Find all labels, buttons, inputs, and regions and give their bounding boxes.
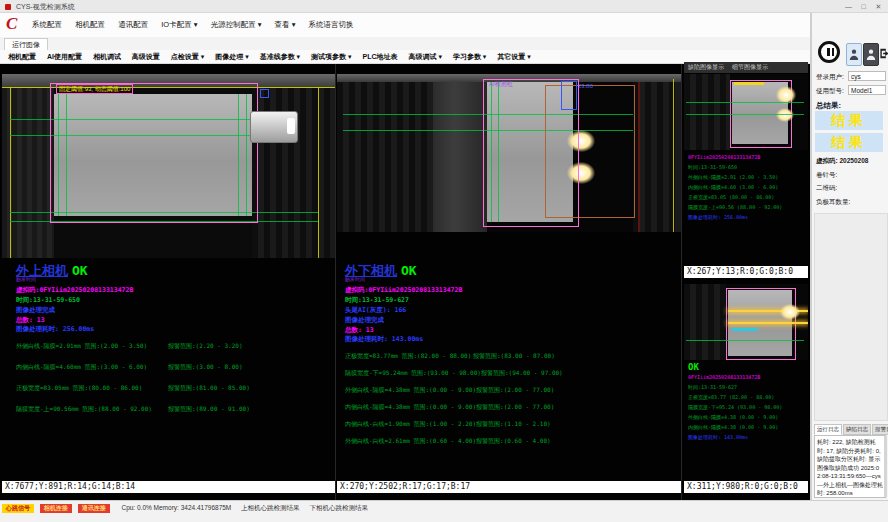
menu-language-switch[interactable]: 系统语言切换 (309, 20, 354, 29)
alarm-range: 报警范围:(89.00 - 91.00) (168, 405, 250, 414)
result-indicator-2: 结果 (815, 133, 883, 152)
measure-value: 正极宽度=83.77mm 范围:(82.00 - 88.00) (345, 352, 473, 361)
alarm-range: 报警范围:(94.00 - 97.00) (481, 369, 563, 378)
result-block-lower-outer: 外下相机OK 触发时间 虚拟码:0FYIiim2025020813313472B… (337, 258, 681, 454)
toolbar-other-settings[interactable]: 其它设置 ▾ (497, 53, 530, 60)
yellow-guide-line (318, 87, 319, 258)
comm-connection-badge: 通讯连接 (78, 504, 110, 513)
time-line: 时间:13-31-59-650 (16, 296, 80, 305)
done-line: 图像处理完成 (16, 306, 55, 315)
connector-object (250, 111, 298, 143)
toolbar-advanced-debug[interactable]: 高级调试 ▾ (408, 53, 441, 60)
close-button[interactable]: ✕ (872, 0, 885, 13)
result-line: 隔膜宽度-下=95.24 (93.00 - 98.00) (688, 402, 806, 412)
measure-value: 内侧白线-白线=1.90mm 范围:(1.00 - 2.20) (345, 420, 476, 429)
ok-status: OK (688, 362, 806, 372)
model-field[interactable]: Model1 (848, 85, 886, 95)
result-line: 外侧白线-隔膜=4.38 (0.00 - 9.00) (688, 412, 806, 422)
machinery-column (433, 82, 487, 232)
user-icon (849, 48, 859, 62)
menu-view[interactable]: 查看 ▾ (275, 20, 296, 29)
log-scrollbar[interactable] (884, 436, 887, 497)
pause-icon (832, 48, 835, 56)
measure-value: 内侧白线-隔膜=4.38mm 范围:(0.00 - 9.00) (345, 403, 476, 412)
tab-defect-log[interactable]: 缺陷日志 (843, 424, 871, 435)
yellow-guide-line (10, 87, 11, 258)
measure-row: 内侧白线-隔膜=4.38mm 范围:(0.00 - 9.00)报警范围:(2.0… (337, 403, 689, 412)
right-sidebar: 登录用户: cys 使用型号: Model1 总结果: 结果 结果 虚拟码: 2… (810, 13, 888, 500)
toolbar-spotcheck-settings[interactable]: 点检设置 ▾ (171, 53, 204, 60)
virtual-code-label: 虚拟码: (816, 157, 838, 164)
login-user-field[interactable]: cys (848, 71, 886, 81)
toolbar-plc-address-table[interactable]: PLC地址表 (363, 53, 398, 60)
pause-button[interactable] (818, 41, 840, 63)
user-mode-button-active[interactable] (846, 43, 862, 66)
trigger-label: 触发时间 (16, 276, 36, 282)
alarm-range: 报警范围:(83.00 - 87.00) (473, 352, 555, 361)
elapsed-line: 图像处理耗时: 143.00ms (345, 335, 423, 344)
barcode-line: 0FYIiim2025020813313472B (688, 372, 806, 382)
thumbnail-view-top[interactable] (684, 74, 808, 150)
barcode-line: 0FYIiim2025020813313472B (688, 152, 806, 162)
measure-row: 外侧白线-白线=2.61mm 范围:(0.60 - 4.00)报警范围:(0.6… (337, 437, 689, 446)
measure-value: 内侧白线-隔膜=4.60mm 范围:(3.00 - 6.00) (16, 363, 168, 372)
toolbar-learning-params[interactable]: 学习参数 ▾ (453, 53, 486, 60)
log-tab-strip: 运行日志缺陷日志报警日志 (814, 424, 888, 435)
user-mode-button[interactable] (863, 43, 879, 66)
menu-io-config[interactable]: IO卡配置 ▾ (161, 20, 197, 29)
pixel-coordinate-bar-thumb-top: X:267;Y:13;R:0;G:0;B:0 (684, 266, 808, 278)
menu-light-config[interactable]: 光源控制配置 ▾ (211, 20, 262, 29)
toolbar-ai-config[interactable]: AI使用配置 (47, 53, 82, 60)
camera-view-lower-outer[interactable]: AI检测框 23.80 (337, 74, 681, 232)
menu-camera-config[interactable]: 相机配置 (75, 20, 105, 29)
heartbeat-status-badge: 心跳信号 (2, 504, 34, 513)
ai-gray-line: 头尾AI(灰度): 166 (345, 306, 406, 315)
maximize-button[interactable]: □ (857, 0, 870, 13)
tab-run-log[interactable]: 运行日志 (814, 424, 842, 435)
result-line: 内侧白线-隔膜=4.60 (3.00 - 6.00) (688, 182, 806, 192)
measure-row: 隔膜宽度-下=95.24mm 范围:(93.00 - 98.00)报警范围:(9… (337, 369, 689, 378)
logout-door-icon (879, 47, 888, 60)
tab-defect-image[interactable]: 缺陷图像显示 (688, 64, 724, 70)
bright-yellow-line (728, 322, 808, 324)
tiny-overlay-text (734, 82, 764, 85)
toolbar-baseline-params[interactable]: 基准线参数 ▾ (260, 53, 300, 60)
tab-detail-image[interactable]: 细节图像显示 (732, 64, 768, 70)
minimize-button[interactable]: — (842, 0, 855, 13)
result-line: 正极宽度=83.77 (82.00 - 88.00) (688, 392, 806, 402)
sidebar-empty-panel (814, 213, 888, 421)
toolbar-camera-config[interactable]: 相机配置 (8, 53, 36, 60)
toolbar-image-processing[interactable]: 图像处理 ▾ (215, 53, 248, 60)
camera-view-upper-outer[interactable]: 固定阈值:93, 动态阈值:100 (2, 74, 335, 258)
measure-row: 正极宽度=83.05mm 范围:(80.00 - 86.00)报警范围:(81.… (2, 384, 349, 393)
tab-strip: 运行图像 (0, 37, 888, 51)
blue-measure-rect (561, 81, 577, 110)
connector-tip (287, 118, 295, 134)
log-text-area[interactable]: 耗时: 222, 缺陷检测耗时: 17, 缺陷分类耗时: 0, 缺陷提取分区耗时… (814, 435, 886, 498)
thumbnail-view-bottom[interactable] (684, 284, 808, 360)
red-structure-line (638, 82, 640, 232)
user-icon (866, 48, 876, 62)
count-line: 总数: 13 (345, 326, 374, 335)
ai-box-label: AI检测框 (489, 81, 513, 88)
toolbar-advanced-settings[interactable]: 高级设置 (132, 53, 160, 60)
menu-system-config[interactable]: 系统配置 (32, 20, 62, 29)
cpu-memory-status: Cpu: 0.0% Memory: 3424.41796875M (121, 504, 231, 511)
total-result-label: 总结果: (816, 101, 841, 111)
toolbar-camera-debug[interactable]: 相机调试 (93, 53, 121, 60)
toolbar-test-params[interactable]: 测试项参数 ▾ (311, 53, 351, 60)
measure-value: 隔膜宽度-下=95.24mm 范围:(93.00 - 98.00) (345, 369, 481, 378)
tab-alarm-log[interactable]: 报警日志 (872, 424, 888, 435)
measure-value: 正极宽度=83.05mm 范围:(80.00 - 86.00) (16, 384, 168, 393)
negative-tab-count-label: 负极耳数量: (816, 198, 850, 207)
measure-row: 正极宽度=83.77mm 范围:(82.00 - 88.00)报警范围:(83.… (337, 352, 689, 361)
lower-camera-heartbeat-status: 下相机心跳检测结果 (309, 504, 368, 511)
title-bar: CYS-视觉检测系统 — □ ✕ (0, 0, 888, 13)
menu-comm-config[interactable]: 通讯配置 (118, 20, 148, 29)
logout-button[interactable] (879, 43, 888, 64)
model-label: 使用型号: (816, 87, 844, 96)
time-line: 时间:13-31-59-627 (345, 296, 409, 305)
defect-display-tabs: 缺陷图像显示细节图像显示 (684, 62, 808, 73)
result-line: 时间:13-31-59-627 (688, 382, 806, 392)
brand-logo-icon: C (6, 15, 24, 33)
